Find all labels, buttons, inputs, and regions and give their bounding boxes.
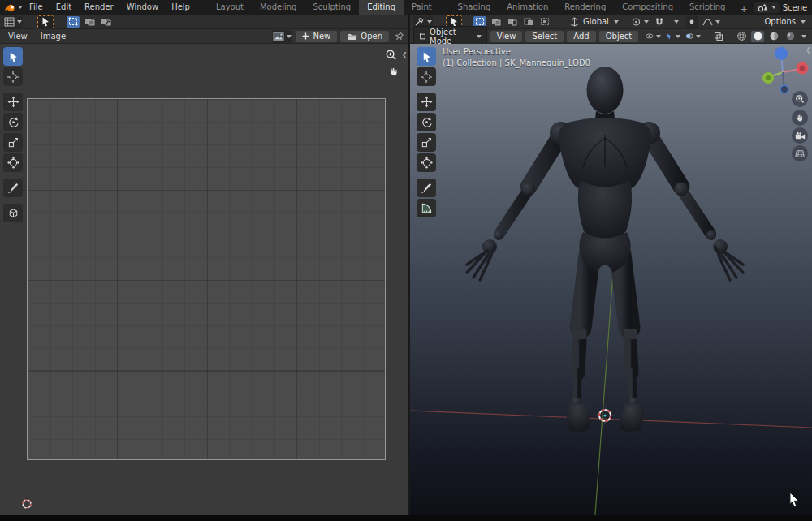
object-visibility-button[interactable] <box>645 31 662 42</box>
menu-render[interactable]: Render <box>78 0 120 15</box>
vp-select-mode-intersect[interactable] <box>538 16 551 28</box>
menu-edit[interactable]: Edit <box>50 0 78 15</box>
uv-select-mode-edge[interactable] <box>83 16 96 28</box>
pin-button[interactable] <box>392 31 405 42</box>
scene-browse-button[interactable] <box>754 2 780 13</box>
uv-menu-view[interactable]: View <box>3 32 32 41</box>
uv-editor-tool-header <box>0 15 408 29</box>
image-open-button[interactable]: Open <box>340 31 389 42</box>
uv-editor-type-button[interactable] <box>3 16 23 28</box>
vp-tool-annotate[interactable] <box>417 179 436 197</box>
menu-window[interactable]: Window <box>120 0 165 15</box>
show-overlays-button[interactable] <box>685 31 702 42</box>
viewport-camera-button[interactable] <box>792 127 808 144</box>
shading-chevron[interactable] <box>801 35 806 38</box>
vp-select-mode-extend[interactable] <box>490 16 503 28</box>
vp-tool-rotate[interactable] <box>417 113 436 131</box>
vp-tool-scale[interactable] <box>417 133 436 152</box>
options-button[interactable]: Options <box>764 17 796 26</box>
shading-material-button[interactable] <box>767 31 780 42</box>
uv-tool-cursor[interactable] <box>3 67 23 86</box>
tab-rendering[interactable]: Rendering <box>556 0 614 15</box>
proportional-editing-toggle[interactable] <box>685 16 698 28</box>
viewport-canvas[interactable]: User Perspective (1) Collection | SK_Man… <box>410 44 812 515</box>
tab-texture-paint[interactable]: Texture Paint <box>404 0 450 15</box>
uv-pan-icon[interactable] <box>388 66 400 77</box>
options-chevron[interactable] <box>801 20 806 24</box>
tab-modeling[interactable]: Modeling <box>252 0 305 15</box>
viewport-ortho-button[interactable] <box>792 145 808 161</box>
snap-settings-button[interactable] <box>669 16 682 28</box>
uv-tool-tweak[interactable] <box>3 47 23 66</box>
vp-tool-transform[interactable] <box>417 153 436 172</box>
mannequin-foot-left <box>567 403 590 432</box>
tab-uv-editing[interactable]: UV Editing <box>359 0 404 15</box>
vp-select-mode-invert[interactable] <box>522 16 535 28</box>
viewport-zoom-button[interactable] <box>792 91 808 107</box>
snap-toggle-button[interactable] <box>653 16 666 28</box>
pivot-point-button[interactable] <box>630 16 650 28</box>
uv-tool-transform[interactable] <box>3 153 23 172</box>
vp-menu-object[interactable]: Object <box>599 31 639 42</box>
image-new-button[interactable]: New <box>296 31 337 42</box>
active-tool-chevron <box>427 20 432 24</box>
uv-image-grid[interactable] <box>27 98 386 460</box>
vp-menu-add[interactable]: Add <box>567 31 595 42</box>
zoom-icon <box>795 94 805 104</box>
uv-tool-move[interactable] <box>3 93 23 111</box>
vp-tool-tweak[interactable] <box>417 47 436 66</box>
vp-menu-select[interactable]: Select <box>525 31 564 42</box>
vp-sidebar-collapse-arrow[interactable]: ❮ <box>806 47 811 54</box>
tab-sculpting[interactable]: Sculpting <box>304 0 359 15</box>
pivot-point-icon <box>631 17 641 27</box>
vp-menu-view[interactable]: View <box>490 31 523 42</box>
navigation-gizmo[interactable] <box>756 44 810 97</box>
uv-select-mode-vertex[interactable] <box>67 16 80 28</box>
viewport-pan-button[interactable] <box>792 110 808 126</box>
uv-active-tool-button[interactable] <box>37 15 54 28</box>
tab-animation[interactable]: Animation <box>499 0 556 15</box>
cursor-3d[interactable] <box>596 407 614 424</box>
menu-help[interactable]: Help <box>165 0 197 15</box>
gizmo-z-neg-axis[interactable] <box>780 85 788 93</box>
orientation-label[interactable]: Global <box>583 17 609 26</box>
uv-tool-rotate[interactable] <box>3 113 23 131</box>
image-browse-button[interactable] <box>272 30 292 43</box>
shading-wireframe-button[interactable] <box>735 31 748 42</box>
show-gizmo-button[interactable] <box>665 31 681 42</box>
vp-tool-move[interactable] <box>417 93 436 111</box>
tab-scripting[interactable]: Scripting <box>681 0 733 15</box>
status-bar <box>0 515 812 521</box>
mannequin-model[interactable] <box>410 44 812 515</box>
shading-solid-button[interactable] <box>751 31 764 42</box>
uv-editor-icon <box>4 17 15 27</box>
vp-select-mode-subtract[interactable] <box>506 16 519 28</box>
plus-icon <box>302 32 309 40</box>
orientation-chevron[interactable] <box>614 20 619 24</box>
uv-sidebar-collapse-arrow[interactable]: ❮ <box>402 52 408 58</box>
uv-editor-canvas[interactable]: ❮ <box>0 44 408 515</box>
add-workspace-button[interactable]: + <box>733 4 754 15</box>
shading-rendered-button[interactable] <box>784 31 797 42</box>
uv-select-mode-face[interactable] <box>99 16 112 28</box>
context-overlay: (1) Collection | SK_Mannequin_LOD0 <box>443 58 590 67</box>
uv-editor: View Image New Open <box>0 15 409 515</box>
uv-zoom-icon[interactable] <box>385 49 397 61</box>
gizmo-chevron <box>676 35 680 38</box>
scene-label[interactable]: Scene <box>783 3 808 12</box>
vp-tool-measure[interactable] <box>417 199 436 217</box>
xray-toggle[interactable] <box>712 31 725 42</box>
uv-menu-image[interactable]: Image <box>36 32 71 41</box>
uv-tool-rip-region[interactable] <box>3 204 23 222</box>
uv-2d-cursor[interactable] <box>20 497 33 510</box>
tab-compositing[interactable]: Compositing <box>614 0 681 15</box>
uv-tool-annotate[interactable] <box>3 179 23 197</box>
tab-layout[interactable]: Layout <box>208 0 252 15</box>
menu-file[interactable]: File <box>23 0 50 15</box>
tab-shading[interactable]: Shading <box>450 0 499 15</box>
uv-tool-scale[interactable] <box>3 133 23 152</box>
falloff-dropdown[interactable] <box>702 16 721 28</box>
gizmo-z-axis[interactable] <box>775 47 788 60</box>
vp-tool-cursor[interactable] <box>417 67 436 86</box>
blender-logo-icon[interactable] <box>3 2 16 13</box>
